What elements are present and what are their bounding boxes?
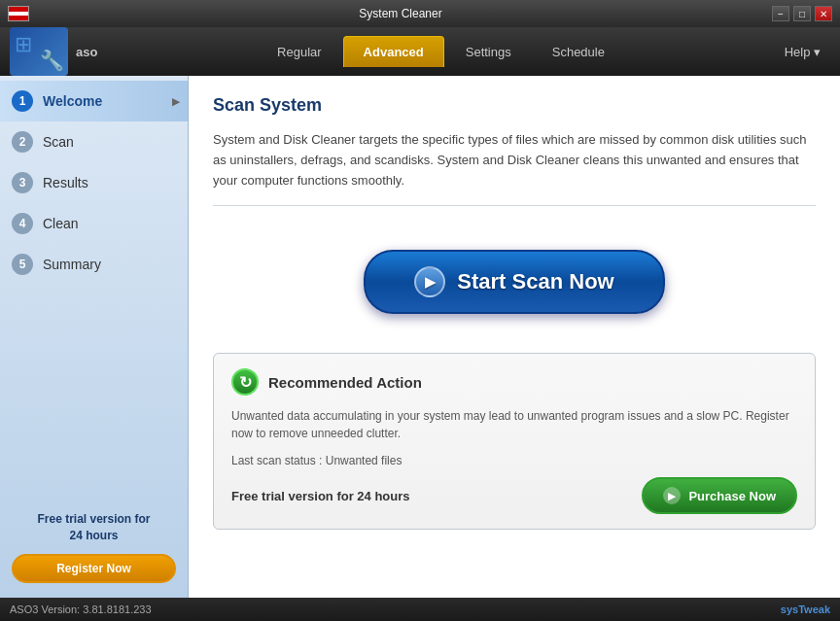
sidebar-bottom: Free trial version for24 hours Register … — [0, 497, 188, 598]
menu-bar: aso Regular Advanced Settings Schedule H… — [0, 27, 840, 76]
main-container: 1 Welcome 2 Scan 3 Results 4 Clean 5 Sum… — [0, 76, 840, 598]
scan-button-label: Start Scan Now — [457, 269, 613, 294]
sidebar-label-clean: Clean — [43, 216, 79, 231]
register-button[interactable]: Register Now — [12, 554, 176, 583]
purchase-button[interactable]: ▶ Purchase Now — [642, 477, 797, 514]
scan-status: Last scan status : Unwanted files — [231, 454, 797, 467]
title-bar: System Cleaner − □ ✕ — [0, 0, 840, 27]
purchase-label: Purchase Now — [688, 489, 776, 503]
scan-button-container: ▶ Start Scan Now — [213, 221, 816, 343]
recommended-icon: ↻ — [231, 368, 259, 396]
free-trial-banner: Free trial version for 24 hours ▶ Purcha… — [231, 477, 797, 514]
recommended-title: Recommended Action — [268, 374, 422, 391]
help-button[interactable]: Help ▾ — [775, 40, 830, 64]
content-description: System and Disk Cleaner targets the spec… — [213, 130, 816, 190]
sidebar-item-results[interactable]: 3 Results — [0, 162, 188, 203]
divider-1 — [213, 205, 816, 206]
window-controls: − □ ✕ — [772, 6, 832, 21]
recommended-header: ↻ Recommended Action — [231, 368, 797, 396]
nav-tabs: Regular Advanced Settings Schedule — [107, 36, 774, 67]
sidebar-item-clean[interactable]: 4 Clean — [0, 203, 188, 244]
sidebar-label-summary: Summary — [43, 257, 101, 272]
step-circle-2: 2 — [12, 131, 33, 153]
tab-settings[interactable]: Settings — [446, 37, 531, 67]
start-scan-button[interactable]: ▶ Start Scan Now — [364, 250, 664, 314]
step-circle-1: 1 — [12, 90, 33, 112]
maximize-button[interactable]: □ — [793, 6, 811, 21]
step-circle-3: 3 — [12, 172, 33, 193]
recommended-description: Unwanted data accumulating in your syste… — [231, 407, 797, 442]
tab-regular[interactable]: Regular — [258, 37, 341, 67]
app-logo — [10, 27, 68, 76]
brand-prefix: sys — [781, 604, 798, 615]
sidebar-label-welcome: Welcome — [43, 93, 102, 109]
content-area: Scan System System and Disk Cleaner targ… — [189, 76, 840, 598]
sidebar-label-scan: Scan — [43, 134, 74, 150]
logo-text: aso — [76, 45, 97, 59]
brand-suffix: Tweak — [798, 604, 830, 615]
purchase-play-icon: ▶ — [663, 487, 681, 504]
tab-schedule[interactable]: Schedule — [533, 37, 624, 67]
sidebar-item-scan[interactable]: 2 Scan — [0, 121, 188, 162]
sidebar-item-welcome[interactable]: 1 Welcome — [0, 81, 188, 121]
window-title: System Cleaner — [29, 7, 772, 20]
content-title: Scan System — [213, 95, 816, 116]
recommended-box: ↻ Recommended Action Unwanted data accum… — [213, 353, 816, 530]
play-icon: ▶ — [414, 266, 445, 297]
status-bar: ASO3 Version: 3.81.8181.233 sysTweak — [0, 598, 840, 621]
logo-area: aso — [10, 27, 97, 76]
sidebar: 1 Welcome 2 Scan 3 Results 4 Clean 5 Sum… — [0, 76, 189, 598]
tab-advanced[interactable]: Advanced — [343, 36, 444, 67]
free-trial-text: Free trial version for24 hours — [12, 511, 176, 544]
minimize-button[interactable]: − — [772, 6, 789, 21]
sidebar-item-summary[interactable]: 5 Summary — [0, 244, 188, 285]
free-trial-label: Free trial version for 24 hours — [231, 489, 410, 503]
version-text: ASO3 Version: 3.81.8181.233 — [10, 604, 152, 615]
step-circle-5: 5 — [12, 254, 33, 275]
flag-icon — [8, 6, 29, 21]
step-circle-4: 4 — [12, 213, 33, 234]
brand-logo: sysTweak — [781, 604, 830, 615]
close-button[interactable]: ✕ — [815, 6, 832, 21]
sidebar-label-results: Results — [43, 175, 88, 190]
